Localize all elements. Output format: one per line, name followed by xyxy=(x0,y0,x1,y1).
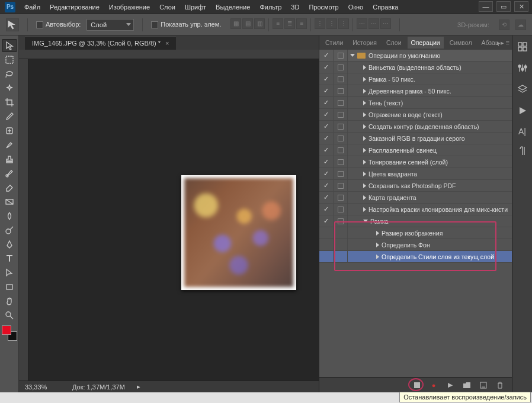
close-icon[interactable]: × xyxy=(165,40,169,47)
align-icon[interactable]: ▦ xyxy=(230,18,241,29)
document-image[interactable] xyxy=(181,175,296,290)
auto-select-label: Автовыбор: xyxy=(46,21,81,28)
chevron-right-icon[interactable]: ▸ xyxy=(137,383,140,391)
new-set-icon[interactable] xyxy=(462,381,472,390)
menu-type[interactable]: Шрифт xyxy=(181,1,210,13)
distribute-icon[interactable]: ⋮ xyxy=(338,18,349,29)
tool-wand[interactable] xyxy=(2,82,17,95)
menu-select[interactable]: Выделение xyxy=(211,1,254,13)
menu-window[interactable]: Окно xyxy=(344,1,368,13)
window-maximize[interactable]: ▭ xyxy=(496,1,511,12)
tool-hand[interactable] xyxy=(2,295,17,308)
play-panel-icon[interactable] xyxy=(517,105,528,117)
action-row[interactable]: ✓Заказной RGB в градации серого xyxy=(319,133,512,144)
tool-crop[interactable] xyxy=(2,96,17,109)
canvas-stage[interactable] xyxy=(28,59,319,381)
tool-dodge[interactable] xyxy=(2,224,17,237)
current-tool-icon[interactable] xyxy=(6,18,19,31)
action-row[interactable]: ✓Виньетка (выделенная область) xyxy=(319,62,512,73)
action-row[interactable]: Определить Фон xyxy=(319,239,512,251)
layer-dropdown[interactable]: Слой xyxy=(86,19,134,31)
tool-gradient[interactable] xyxy=(2,195,17,208)
tool-move[interactable] xyxy=(2,39,17,52)
align-icon[interactable]: ▥ xyxy=(254,18,265,29)
distribute-icon[interactable]: ⋯ xyxy=(357,18,367,29)
menu-view[interactable]: Просмотр xyxy=(305,1,342,13)
tool-history-brush[interactable] xyxy=(2,167,17,180)
doc-size: Док: 1,37M/1,37M xyxy=(72,383,125,391)
action-row[interactable]: ✓Деревянная рамка - 50 пикс. xyxy=(319,85,512,97)
tool-heal[interactable] xyxy=(2,124,17,137)
tool-lasso[interactable] xyxy=(2,67,17,80)
panel-menu-icon[interactable]: ▸▸ ≡ xyxy=(497,39,509,47)
document-tab[interactable]: IMG_1465.JPG @ 33,3% (Слой 0, RGB/8) * × xyxy=(25,36,176,50)
align-icon[interactable]: ≣ xyxy=(284,18,295,29)
distribute-icon[interactable]: ⋯ xyxy=(380,18,391,29)
3d-icon[interactable]: ☁ xyxy=(515,20,526,30)
tool-type[interactable] xyxy=(2,252,17,265)
adjustments-icon[interactable] xyxy=(517,63,528,75)
character-icon[interactable]: A| xyxy=(518,127,526,136)
swatches-icon[interactable] xyxy=(517,41,528,53)
tool-stamp[interactable] xyxy=(2,153,17,166)
window-minimize[interactable]: ― xyxy=(479,1,493,12)
tab-history[interactable]: История xyxy=(349,37,380,49)
action-row[interactable]: ✓Цвета квадранта xyxy=(319,168,512,180)
menu-layers[interactable]: Слои xyxy=(155,1,180,13)
tool-eraser[interactable] xyxy=(2,181,17,194)
distribute-icon[interactable]: ⋮ xyxy=(326,18,337,29)
action-row[interactable]: ✓Операции по умолчанию xyxy=(319,50,512,62)
distribute-icon[interactable]: ⋯ xyxy=(368,18,379,29)
tool-pen[interactable] xyxy=(2,238,17,251)
tool-eyedropper[interactable] xyxy=(2,110,17,123)
align-icon[interactable]: ▤ xyxy=(242,18,253,29)
3d-icon[interactable]: ⟲ xyxy=(499,20,509,30)
action-row[interactable]: ✓Создать контур (выделенная область) xyxy=(319,121,512,133)
zoom-level[interactable]: 33,33% xyxy=(25,383,60,391)
menu-image[interactable]: Изображение xyxy=(105,1,154,13)
align-icon[interactable]: ≡ xyxy=(296,18,307,29)
action-row[interactable]: Определить Стили слоя из текущ слой xyxy=(319,251,512,263)
menu-edit[interactable]: Редактирование xyxy=(46,1,104,13)
foreground-color[interactable] xyxy=(2,325,11,335)
action-row[interactable]: ✓Отражение в воде (текст) xyxy=(319,109,512,121)
trash-icon[interactable] xyxy=(495,381,505,390)
tab-layers[interactable]: Слои xyxy=(383,37,405,49)
panel-tabs: Стили История Слои Операции Символ Абзац… xyxy=(319,36,512,50)
action-row[interactable]: ✓Сохранить как Photoshop PDF xyxy=(319,180,512,192)
menu-help[interactable]: Справка xyxy=(368,1,402,13)
layers-icon[interactable] xyxy=(517,84,528,96)
show-controls-checkbox[interactable]: Показать упр. элем. xyxy=(151,21,221,28)
action-row[interactable]: Размер изображения xyxy=(319,227,512,239)
action-row[interactable]: ✓Настройка краски клонирования для микс-… xyxy=(319,204,512,215)
tool-shape[interactable] xyxy=(2,281,17,294)
tool-path-select[interactable] xyxy=(2,266,17,279)
window-close[interactable]: ✕ xyxy=(514,1,528,12)
menu-filter[interactable]: Фильтр xyxy=(255,1,286,13)
action-row[interactable]: ✓Тень (текст) xyxy=(319,97,512,109)
distribute-icon[interactable]: ⋮ xyxy=(315,18,325,29)
tab-actions[interactable]: Операции xyxy=(408,37,444,49)
tool-marquee[interactable] xyxy=(2,53,17,66)
tab-character[interactable]: Символ xyxy=(446,37,476,49)
new-action-icon[interactable] xyxy=(479,381,488,390)
action-row[interactable]: ✓Расплавленный свинец xyxy=(319,144,512,156)
align-icon[interactable]: ≡ xyxy=(273,18,283,29)
paragraph-icon[interactable] xyxy=(517,146,528,157)
tool-brush[interactable] xyxy=(2,138,17,151)
tool-zoom[interactable] xyxy=(2,309,17,322)
action-row[interactable]: ✓Рамка - 50 пикс. xyxy=(319,73,512,85)
menu-3d[interactable]: 3D xyxy=(287,1,303,13)
action-row[interactable]: ✓Рамка xyxy=(319,215,512,227)
record-button[interactable]: ● xyxy=(429,381,438,390)
document-tabs: IMG_1465.JPG @ 33,3% (Слой 0, RGB/8) * × xyxy=(19,36,319,50)
tab-styles[interactable]: Стили xyxy=(322,37,347,49)
tool-blur[interactable] xyxy=(2,209,17,223)
menu-file[interactable]: Файл xyxy=(20,1,44,13)
title-bar: Ps Файл Редактирование Изображение Слои … xyxy=(0,0,532,14)
auto-select-checkbox[interactable]: Автовыбор: xyxy=(36,21,81,28)
color-swatches[interactable] xyxy=(2,325,17,341)
action-row[interactable]: ✓Карта градиента xyxy=(319,192,512,204)
play-button[interactable]: ▶ xyxy=(446,381,455,390)
action-row[interactable]: ✓Тонирование сепией (слой) xyxy=(319,156,512,168)
